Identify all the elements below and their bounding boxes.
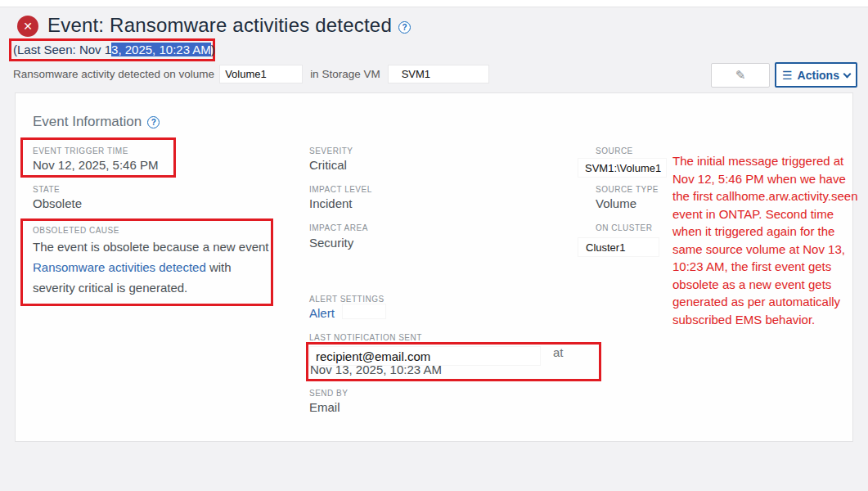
source-type-value: Volume	[596, 196, 636, 210]
source-label: SOURCE	[596, 146, 633, 155]
section-heading: Event Information ?	[33, 114, 160, 130]
actions-button[interactable]: ☰ Actions	[775, 62, 857, 88]
last-seen-suffix: )	[211, 43, 215, 56]
annotation-box-trigger-time	[20, 137, 176, 178]
state-value: Obsolete	[33, 196, 82, 210]
impact-area-label: IMPACT AREA	[309, 223, 368, 232]
notification-time: Nov 13, 2025, 10:23 AM	[310, 363, 442, 376]
severity-value: Critical	[309, 158, 347, 172]
source-value-patch: SVM1:\Volume1	[578, 159, 666, 177]
last-seen-prefix: (Last Seen: Nov 1	[13, 43, 111, 56]
impact-level-label: IMPACT LEVEL	[309, 185, 372, 194]
critical-event-icon: ✕	[17, 16, 38, 37]
section-heading-text: Event Information	[33, 114, 142, 130]
send-by-value: Email	[309, 400, 340, 414]
impact-level-value: Incident	[309, 196, 353, 210]
obsoleted-cause-label: OBSOLETED CAUSE	[33, 226, 119, 235]
event-detail-page: ✕ Event: Ransomware activities detected …	[0, 0, 868, 491]
edit-button[interactable]: ✎	[711, 63, 770, 88]
obsoleted-cause-text: The event is obsolete because a new even…	[33, 236, 272, 298]
cause-text-before: The event is obsolete because a new even…	[33, 240, 269, 254]
description-part1: Ransomware activity detected on volume	[13, 68, 214, 80]
menu-icon: ☰	[782, 70, 793, 81]
impact-area-value: Security	[309, 236, 353, 250]
pencil-icon: ✎	[735, 68, 746, 83]
severity-label: SEVERITY	[309, 146, 353, 155]
alert-settings-link[interactable]: Alert	[309, 306, 335, 320]
help-icon[interactable]: ?	[398, 21, 411, 34]
state-label: STATE	[33, 185, 60, 194]
on-cluster-label: ON CLUSTER	[596, 223, 652, 232]
last-notification-label: LAST NOTIFICATION SENT	[309, 333, 422, 342]
description-part2: in Storage VM	[310, 68, 380, 80]
x-glyph: ✕	[23, 20, 33, 33]
alert-settings-label: ALERT SETTINGS	[309, 295, 385, 304]
page-title: Event: Ransomware activities detected	[47, 14, 392, 37]
send-by-label: SEND BY	[309, 389, 348, 398]
actions-label: Actions	[798, 69, 839, 82]
notification-at-word: at	[553, 345, 564, 359]
section-help-icon[interactable]: ?	[147, 116, 160, 128]
annotation-note: The initial message triggered at Nov 12,…	[672, 152, 861, 328]
source-type-label: SOURCE TYPE	[596, 185, 659, 194]
chevron-down-icon	[843, 70, 852, 78]
obsoleted-cause-event-link[interactable]: Ransomware activities detected	[33, 260, 206, 274]
volume-name-patch: Volume1	[220, 65, 302, 83]
event-description: Ransomware activity detected on volume V…	[13, 65, 488, 83]
last-seen-text: (Last Seen: Nov 13, 2025, 10:23 AM)	[13, 43, 215, 56]
svm-name-patch: SVM1	[389, 65, 488, 83]
last-seen-selected-text: 3, 2025, 10:23 AM	[111, 43, 211, 56]
cluster-value-patch: Cluster1	[578, 238, 659, 256]
alert-name-patch	[343, 304, 385, 318]
top-bar	[0, 0, 868, 7]
